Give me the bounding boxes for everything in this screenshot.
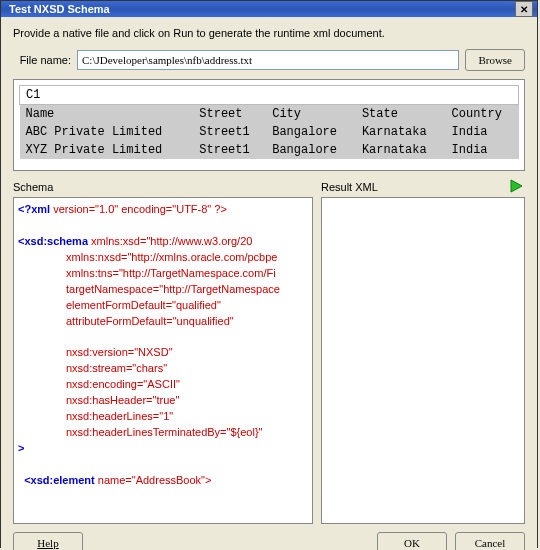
table-row: ABC Private Limited Street1 Bangalore Ka… — [20, 123, 519, 141]
pane-labels: Schema Result XML — [13, 179, 525, 195]
result-pane[interactable] — [321, 197, 525, 524]
file-name-input[interactable] — [77, 50, 459, 70]
table-row: XYZ Private Limited Street1 Bangalore Ka… — [20, 141, 519, 159]
col-city: City — [266, 105, 356, 124]
col-name: Name — [20, 105, 194, 124]
schema-pane[interactable]: <?xml version="1.0" encoding="UTF-8" ?> … — [13, 197, 313, 524]
svg-marker-0 — [511, 180, 522, 192]
table-header-row: Name Street City State Country — [20, 105, 519, 124]
col-country: Country — [446, 105, 519, 124]
content-area: Provide a native file and click on Run t… — [1, 17, 537, 550]
description-text: Provide a native file and click on Run t… — [13, 27, 525, 39]
dialog-window: Test NXSD Schema ✕ Provide a native file… — [0, 0, 538, 548]
titlebar: Test NXSD Schema ✕ — [1, 1, 537, 17]
help-button[interactable]: Help — [13, 532, 83, 550]
c1-row: C1 — [20, 86, 519, 105]
run-button[interactable] — [509, 179, 525, 195]
ok-button[interactable]: OK — [377, 532, 447, 550]
window-title: Test NXSD Schema — [5, 3, 515, 15]
col-state: State — [356, 105, 446, 124]
close-button[interactable]: ✕ — [515, 1, 533, 17]
panes: <?xml version="1.0" encoding="UTF-8" ?> … — [13, 197, 525, 524]
file-label: File name: — [13, 54, 71, 66]
preview-table: C1 Name Street City State Country ABC Pr… — [19, 85, 519, 159]
browse-button[interactable]: Browse — [465, 49, 525, 71]
play-icon — [509, 179, 523, 193]
cancel-button[interactable]: Cancel — [455, 532, 525, 550]
file-row: File name: Browse — [13, 49, 525, 71]
schema-label: Schema — [13, 179, 313, 195]
result-label: Result XML — [321, 181, 378, 193]
bottom-buttons: Help OK Cancel — [13, 524, 525, 550]
col-street: Street — [193, 105, 266, 124]
c1-cell: C1 — [20, 86, 519, 105]
preview-box: C1 Name Street City State Country ABC Pr… — [13, 79, 525, 171]
close-icon: ✕ — [520, 4, 528, 15]
